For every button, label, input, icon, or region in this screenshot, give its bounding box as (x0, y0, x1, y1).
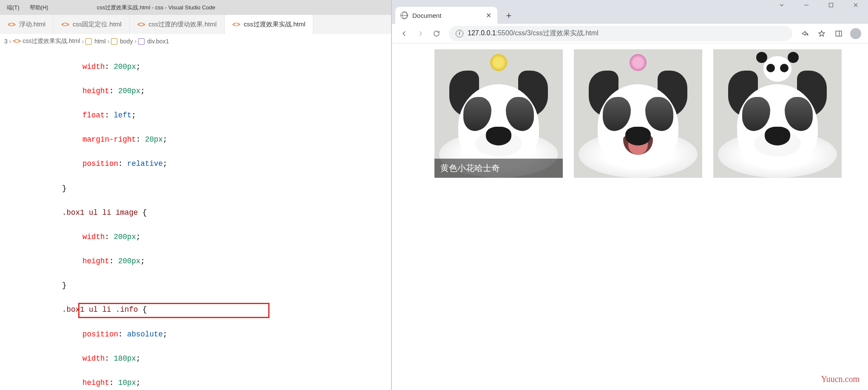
crumb[interactable]: html (94, 38, 105, 45)
html-icon: <> (233, 21, 241, 28)
husky-illustration (587, 63, 689, 178)
maximize-button[interactable] (819, 0, 843, 10)
crumb[interactable]: 3 (4, 38, 8, 45)
tab-easing[interactable]: <>css过渡的缓动效果.html (130, 15, 225, 34)
tab-transition[interactable]: <>css过渡效果实战.html (225, 15, 314, 34)
vscode-window: 端(T) 帮助(H) css过渡效果实战.html - css - Visual… (0, 0, 391, 390)
html-icon: <> (137, 21, 145, 28)
dropdown-icon[interactable] (769, 0, 794, 10)
breadcrumb[interactable]: 3› <>css过渡效果实战.html› html› body› div.box… (0, 34, 391, 48)
code-editor[interactable]: width: 200px; height: 200px; float: left… (0, 48, 391, 390)
crumb[interactable]: css过渡效果实战.html (23, 37, 80, 45)
new-tab-button[interactable]: + (502, 9, 516, 23)
html-icon: <> (8, 21, 16, 28)
browser-tab[interactable]: Document ✕ (395, 7, 497, 24)
profile-avatar[interactable] (848, 26, 863, 41)
gallery-card-3[interactable] (713, 49, 842, 178)
crumb[interactable]: body (120, 38, 133, 45)
html-icon: <> (13, 37, 21, 45)
chrome-toolbar: i 127.0.0.1:5500/css/3/css过渡效果实战.html (392, 24, 868, 43)
tab-label: 浮动.html (19, 20, 46, 28)
star-icon[interactable] (814, 26, 829, 41)
crumb[interactable]: div.box1 (147, 38, 169, 45)
forward-button[interactable] (413, 26, 428, 41)
site-info-icon[interactable]: i (456, 30, 463, 37)
husky-illustration (726, 63, 828, 178)
symbol-icon (138, 38, 145, 45)
tab-label: css过渡效果实战.html (244, 20, 305, 28)
vscode-tabbar: <>浮动.html <>css固定定位.html <>css过渡的缓动效果.ht… (0, 15, 391, 34)
vscode-titlebar: 端(T) 帮助(H) css过渡效果实战.html - css - Visual… (0, 0, 391, 15)
page-viewport: 黄色小花哈士奇 Yuucn.com (392, 43, 868, 390)
tab-title: Document (412, 12, 441, 19)
symbol-icon (85, 38, 92, 45)
tab-float[interactable]: <>浮动.html (0, 15, 54, 34)
image-gallery: 黄色小花哈士奇 (434, 49, 868, 178)
code-body[interactable]: width: 200px; height: 200px; float: left… (19, 48, 289, 390)
close-button[interactable] (843, 0, 868, 10)
svg-rect-0 (829, 3, 833, 7)
tab-fixed[interactable]: <>css固定定位.html (54, 15, 130, 34)
gutter (0, 48, 19, 390)
symbol-icon (111, 38, 117, 45)
menu-help[interactable]: 帮助(H) (26, 4, 53, 11)
watermark-text: Yuucn.com (821, 374, 859, 384)
globe-icon (400, 11, 408, 19)
address-bar[interactable]: i 127.0.0.1:5500/css/3/css过渡效果实战.html (449, 26, 792, 41)
back-button[interactable] (397, 26, 411, 41)
window-controls (769, 0, 868, 10)
html-icon: <> (61, 21, 69, 28)
share-icon[interactable] (797, 26, 812, 41)
minimize-button[interactable] (794, 0, 819, 10)
menu-terminal[interactable]: 端(T) (3, 4, 24, 11)
reload-button[interactable] (429, 26, 444, 41)
gallery-card-2[interactable] (574, 49, 702, 178)
tab-label: css固定定位.html (73, 20, 122, 28)
url-text: 127.0.0.1:5500/css/3/css过渡效果实战.html (468, 29, 599, 38)
panel-icon[interactable] (831, 26, 846, 41)
gallery-card-1[interactable]: 黄色小花哈士奇 (434, 49, 563, 178)
vscode-window-title: css过渡效果实战.html - css - Visual Studio Cod… (97, 4, 216, 11)
chrome-window: Document ✕ + i 127.0.0.1:5500/css/3/css过… (391, 0, 868, 390)
tab-label: css过渡的缓动效果.html (149, 20, 217, 28)
close-icon[interactable]: ✕ (486, 11, 491, 20)
image-caption: 黄色小花哈士奇 (434, 159, 563, 178)
svg-rect-1 (836, 31, 842, 36)
